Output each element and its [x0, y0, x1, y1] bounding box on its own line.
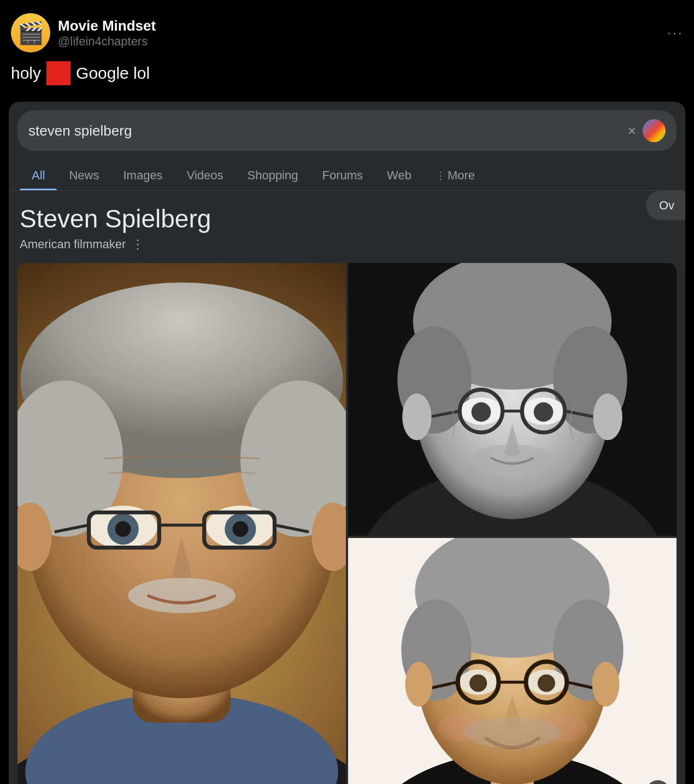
- bottom-right-image-svg: [348, 538, 677, 784]
- svg-point-13: [233, 521, 249, 537]
- tab-news[interactable]: News: [57, 161, 111, 190]
- image-main[interactable]: Glass Almanac: [17, 263, 346, 784]
- image-bottom-right[interactable]: 🖼: [348, 538, 677, 784]
- search-nav-tabs: All News Images Videos Shopping Forums W…: [9, 156, 685, 191]
- search-query-text: steven spielberg: [28, 122, 621, 139]
- svg-point-62: [405, 662, 432, 706]
- tweet-text: holy Google lol: [0, 59, 694, 96]
- more-dots-icon: ⋮: [436, 169, 445, 182]
- svg-point-52: [469, 674, 487, 692]
- tab-more[interactable]: ⋮ More: [424, 161, 487, 190]
- search-bar[interactable]: steven spielberg ×: [17, 110, 677, 151]
- subject-subtitle: American filmmaker ⋮: [20, 237, 674, 252]
- avatar[interactable]: [11, 13, 50, 52]
- svg-point-53: [538, 674, 555, 692]
- subtitle-text: American filmmaker: [20, 237, 126, 251]
- tab-forums[interactable]: Forums: [310, 161, 375, 190]
- knowledge-panel-header: Steven Spielberg American filmmaker ⋮ Ov: [9, 191, 685, 263]
- svg-point-19: [128, 578, 236, 613]
- tweet-user-info: Movie Mindset @lifein4chapters: [11, 13, 156, 52]
- tab-shopping[interactable]: Shopping: [236, 161, 310, 190]
- display-name: Movie Mindset: [58, 17, 156, 34]
- image-top-right[interactable]: [348, 263, 677, 536]
- image-grid: Glass Almanac: [17, 263, 677, 784]
- svg-point-38: [473, 444, 551, 471]
- svg-point-31: [472, 402, 491, 422]
- svg-point-32: [534, 402, 554, 422]
- google-logo: [643, 119, 666, 142]
- red-block-emoji: [46, 61, 70, 85]
- kp-title-section: Steven Spielberg American filmmaker ⋮: [20, 204, 674, 263]
- tweet-text-after: Google lol: [76, 62, 150, 85]
- clear-search-icon[interactable]: ×: [628, 122, 636, 139]
- svg-point-40: [593, 394, 622, 441]
- svg-point-12: [115, 521, 131, 537]
- subtitle-more-icon[interactable]: ⋮: [131, 237, 144, 252]
- svg-point-63: [592, 662, 620, 706]
- tab-all[interactable]: All: [20, 161, 57, 190]
- subject-name: Steven Spielberg: [20, 204, 674, 233]
- overview-button[interactable]: Ov: [646, 191, 685, 220]
- user-info: Movie Mindset @lifein4chapters: [58, 17, 156, 49]
- main-image-svg: [17, 263, 346, 784]
- google-search-card: steven spielberg × All News Images Video…: [9, 102, 685, 784]
- tweet-text-before: holy: [11, 62, 41, 85]
- top-right-image-svg: [348, 263, 677, 536]
- more-options-icon[interactable]: ···: [667, 24, 683, 42]
- username: @lifein4chapters: [58, 34, 156, 49]
- tab-images[interactable]: Images: [111, 161, 174, 190]
- tweet-header: Movie Mindset @lifein4chapters ···: [0, 0, 694, 59]
- svg-point-61: [463, 717, 561, 748]
- tab-videos[interactable]: Videos: [175, 161, 236, 190]
- avatar-image: [11, 13, 50, 52]
- tab-web[interactable]: Web: [375, 161, 424, 190]
- svg-point-39: [402, 394, 431, 441]
